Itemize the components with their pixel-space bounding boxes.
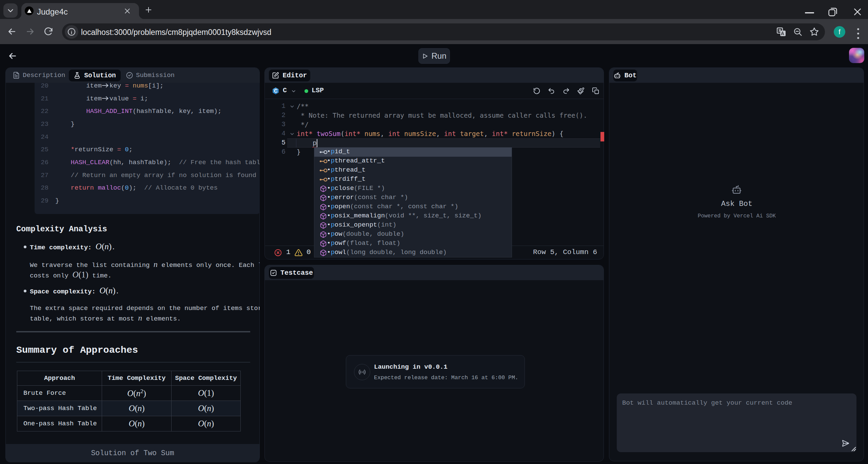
svg-text:C: C <box>274 88 278 94</box>
